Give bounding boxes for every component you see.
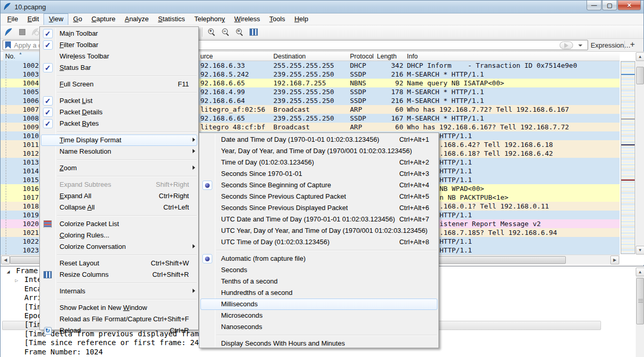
menu-item-seconds[interactable]: Seconds [199, 264, 438, 276]
menu-item-filter-toolbar[interactable]: ✓Filter Toolbar [40, 39, 198, 51]
zoom-out-icon[interactable]: − [221, 27, 231, 37]
menu-item-resize-columns[interactable]: Resize ColumnsCtrl+Shift+R [40, 269, 198, 280]
minimize-button[interactable]: — [587, 1, 602, 10]
menu-item-coloring-rules[interactable]: Coloring Rules... [40, 230, 198, 241]
filter-dropdown-caret[interactable] [576, 42, 584, 49]
menu-item-seconds-since-previous-displayed-packet[interactable]: Seconds Since Previous Displayed PacketC… [199, 202, 438, 214]
details-scroll-up-arrow[interactable]: ▲ [636, 267, 644, 276]
menu-item-hundredths-of-a-second[interactable]: Hundredths of a second [199, 287, 438, 299]
menu-item-zoom[interactable]: Zoom [40, 162, 198, 174]
window-title: 10.pcapng [14, 3, 46, 11]
menu-item-name-resolution[interactable]: Name Resolution [40, 146, 198, 157]
menu-item-utc-year-day-of-year-and-time-of-day-1970-001-01-02-03-123456[interactable]: UTC Year, Day of Year, and Time of Day (… [199, 225, 438, 236]
menubar-item-capture[interactable]: Capture [87, 13, 120, 25]
menu-item-reset-layout[interactable]: Reset LayoutCtrl+Shift+W [40, 258, 198, 269]
menu-shortcut: Ctrl+Shift+F [153, 315, 189, 323]
filterbar-separator [624, 41, 625, 49]
related-packets-guide [6, 61, 6, 255]
scroll-right-arrow[interactable]: ▶ [610, 256, 619, 264]
menubar-item-file[interactable]: File [3, 13, 23, 25]
menu-shortcut: Ctrl+Alt+8 [399, 238, 429, 246]
colorize-icon [43, 220, 52, 228]
menu-item-milliseconds[interactable]: Milliseconds [199, 299, 438, 310]
apply-filter-button[interactable] [560, 41, 573, 49]
menu-shortcut: Ctrl+Alt+7 [399, 215, 429, 223]
column-header-proto[interactable]: Protocol [350, 53, 374, 60]
menu-item-show-packet-in-new-window[interactable]: Show Packet in New Window [40, 302, 198, 314]
menubar-item-wireless[interactable]: Wireless [230, 13, 265, 25]
menu-item-utc-time-of-day-01-02-03-123456[interactable]: UTC Time of Day (01:02:03.123456)Ctrl+Al… [199, 236, 438, 248]
add-filter-button[interactable]: + [630, 40, 635, 49]
maximize-button[interactable]: ▢ [602, 1, 617, 10]
view-menu: ✓Main Toolbar✓Filter ToolbarWireless Too… [39, 26, 199, 330]
menubar-item-edit[interactable]: Edit [23, 13, 43, 25]
column-header-no[interactable]: No.▲ [3, 52, 41, 61]
column-header-src[interactable]: urce [200, 53, 213, 60]
menu-separator [40, 297, 198, 302]
menubar-item-view[interactable]: View [43, 13, 68, 25]
menu-item-colorize-conversation[interactable]: Colorize Conversation [40, 241, 198, 252]
details-vscrollbar[interactable]: ▲ [636, 267, 644, 357]
menu-item-tenths-of-a-second[interactable]: Tenths of a second [199, 276, 438, 287]
menu-item-seconds-since-beginning-of-capture[interactable]: Seconds Since Beginning of CaptureCtrl+A… [199, 180, 438, 191]
menu-item-year-day-of-year-and-time-of-day-1970-001-01-02-03-123456[interactable]: Year, Day of Year, and Time of Day (1970… [199, 145, 438, 157]
menu-separator [199, 248, 438, 253]
menu-item-display-seconds-with-hours-and-minutes[interactable]: Display Seconds With Hours and Minutes [199, 338, 438, 349]
menu-item-time-of-day-01-02-03-123456[interactable]: Time of Day (01:02:03.123456)Ctrl+Alt+2 [199, 157, 438, 168]
menu-shortcut: Ctrl+Alt+5 [399, 192, 429, 200]
stop-capture-icon[interactable] [17, 27, 27, 37]
menu-shortcut: Ctrl+Left [164, 203, 189, 211]
submenu-arrow-icon [193, 244, 195, 248]
menu-item-internals[interactable]: Internals [40, 286, 198, 297]
scroll-left-arrow[interactable]: ◀ [1, 256, 10, 264]
menu-item-packet-list[interactable]: ✓Packet List [40, 95, 198, 107]
packet-list-vscrollbar[interactable]: ▲ ▼ [636, 52, 644, 255]
details-scrollbar-thumb[interactable] [636, 278, 644, 324]
menu-item-date-and-time-of-day-1970-01-01-01-02-03-123456[interactable]: Date and Time of Day (1970-01-01 01:02:0… [199, 134, 438, 145]
menu-separator [40, 252, 198, 258]
menu-item-packet-details[interactable]: ✓Packet Details [40, 107, 198, 118]
menu-item-nanoseconds[interactable]: Nanoseconds [199, 321, 438, 333]
menu-item-colorize-packet-list[interactable]: Colorize Packet List [40, 218, 198, 230]
menubar-item-analyze[interactable]: Analyze [120, 13, 153, 25]
submenu-arrow-icon [193, 166, 195, 170]
menubar-item-statistics[interactable]: Statistics [153, 13, 189, 25]
tree-collapsed-icon[interactable]: ▷ [15, 276, 18, 285]
zoom-reset-icon[interactable]: = [235, 27, 245, 37]
menu-item-utc-date-and-time-of-day-1970-01-01-01-02-03-123456[interactable]: UTC Date and Time of Day (1970-01-01 01:… [199, 214, 438, 225]
menu-item-seconds-since-1970-01-01[interactable]: Seconds Since 1970-01-01Ctrl+Alt+3 [199, 168, 438, 180]
menu-shortcut: Ctrl+Right [159, 192, 189, 200]
bookmark-icon[interactable] [5, 41, 11, 49]
menu-item-main-toolbar[interactable]: ✓Main Toolbar [40, 28, 198, 39]
menu-item-microseconds[interactable]: Microseconds [199, 310, 438, 321]
column-header-dst[interactable]: Destination [273, 53, 306, 60]
menu-separator [40, 174, 198, 179]
menubar-item-go[interactable]: Go [68, 13, 86, 25]
menu-item-time-display-format[interactable]: Time Display Format [40, 135, 198, 146]
intelligent-scrollbar-minimap[interactable] [621, 61, 635, 254]
menu-item-expand-subtrees: Expand SubtreesShift+Right [40, 179, 198, 190]
menubar-item-help[interactable]: Help [290, 13, 313, 25]
menu-item-wireless-toolbar[interactable]: Wireless Toolbar [40, 51, 198, 62]
menubar-item-telephony[interactable]: Telephony [189, 13, 229, 25]
start-capture-icon[interactable] [4, 27, 14, 37]
menu-item-reload[interactable]: ↻ReloadCtrl+R [40, 325, 198, 336]
menu-item-reload-as-file-format-capture[interactable]: Reload as File Format/CaptureCtrl+Shift+… [40, 314, 198, 325]
menu-item-automatic-from-capture-file[interactable]: Automatic (from capture file) [199, 253, 438, 264]
menu-item-collapse-all[interactable]: Collapse AllCtrl+Left [40, 202, 198, 213]
tree-expanded-icon[interactable]: ◢ [7, 267, 10, 276]
resize-columns-icon[interactable] [248, 27, 259, 37]
column-header-info[interactable]: Info [407, 53, 418, 60]
menu-item-status-bar[interactable]: ✓Status Bar [40, 62, 198, 73]
scrollbar-thumb[interactable] [636, 67, 644, 84]
menu-item-seconds-since-previous-captured-packet[interactable]: Seconds Since Previous Captured PacketCt… [199, 191, 438, 202]
menu-item-expand-all[interactable]: Expand AllCtrl+Right [40, 190, 198, 202]
menu-item-packet-bytes[interactable]: ✓Packet Bytes [40, 118, 198, 129]
column-header-len[interactable]: Length [377, 53, 397, 60]
close-button[interactable]: ✕ [618, 1, 641, 10]
zoom-in-icon[interactable]: + [207, 27, 217, 37]
scroll-up-arrow[interactable]: ▲ [636, 52, 644, 61]
scroll-down-arrow[interactable]: ▼ [636, 246, 644, 255]
menu-item-full-screen[interactable]: Full ScreenF11 [40, 79, 198, 90]
menubar-item-tools[interactable]: Tools [265, 13, 289, 25]
